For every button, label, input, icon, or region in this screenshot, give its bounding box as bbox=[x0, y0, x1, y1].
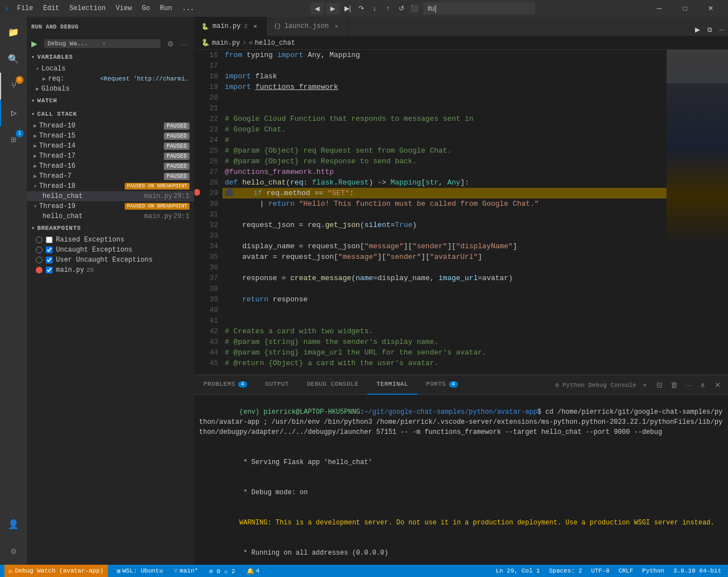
nav-forward-button[interactable]: ▶ bbox=[326, 3, 339, 14]
activity-settings[interactable]: ⚙ bbox=[0, 538, 27, 565]
tab-main-py[interactable]: 🐍 main.py 2 ✕ bbox=[195, 17, 267, 36]
kill-terminal-button[interactable]: 🗑 bbox=[668, 379, 680, 391]
user-uncaught-exceptions-checkbox[interactable] bbox=[46, 257, 53, 263]
run-debug-button[interactable]: ▶ bbox=[31, 39, 37, 48]
code-line-16: from typing import Any, Mapping bbox=[223, 50, 666, 60]
arch-status[interactable]: 3.8.10 64-bit bbox=[671, 567, 724, 574]
encoding-status[interactable]: UTF-8 bbox=[589, 567, 612, 574]
menu-view[interactable]: View bbox=[111, 3, 136, 13]
locals-item[interactable]: ▾ Locals bbox=[27, 64, 194, 74]
debug-step-into-button[interactable]: ↓ bbox=[368, 2, 381, 15]
watch-section-header[interactable]: ▾ WATCH bbox=[27, 94, 194, 107]
debug-config-selector[interactable]: Debug Wa... ▾ bbox=[44, 39, 160, 48]
ln-25: 25 bbox=[195, 145, 218, 156]
tab-problems[interactable]: PROBLEMS 4 bbox=[195, 375, 256, 395]
thread-7-item[interactable]: ▶ Thread-7 PAUSED bbox=[27, 171, 194, 181]
search-input[interactable] bbox=[423, 2, 535, 15]
tab-launch-json-close[interactable]: ✕ bbox=[332, 22, 341, 31]
thread-18-item[interactable]: ▾ Thread-18 PAUSED ON BREAKPOINT bbox=[27, 181, 194, 191]
activity-git[interactable]: ⑂ 5 bbox=[0, 73, 27, 100]
split-terminal-button[interactable]: ⊟ bbox=[653, 379, 665, 391]
git-branch-icon: ⑂ bbox=[174, 567, 178, 574]
thread-19-item[interactable]: ▾ Thread-19 PAUSED ON BREAKPOINT bbox=[27, 201, 194, 211]
thread-14-badge: PAUSED bbox=[164, 143, 190, 150]
raised-exceptions-label: Raised Exceptions bbox=[56, 236, 124, 244]
thread-18-frame-hello-chat[interactable]: hello_chat main.py 29:1 bbox=[27, 191, 194, 201]
function-breadcrumb-icon: ○ bbox=[249, 39, 253, 47]
tab-terminal[interactable]: TERMINAL bbox=[367, 375, 417, 395]
menu-selection[interactable]: Selection bbox=[65, 3, 110, 13]
activity-explorer[interactable]: 📁 bbox=[0, 19, 27, 46]
line-ending-status[interactable]: CRLF bbox=[616, 567, 635, 574]
maximize-button[interactable]: □ bbox=[672, 0, 698, 17]
menu-edit[interactable]: Edit bbox=[39, 3, 64, 13]
split-editor-button[interactable]: ⧉ bbox=[703, 23, 716, 36]
thread-19-frame-hello-chat[interactable]: hello_chat main.py 29:1 bbox=[27, 211, 194, 221]
raised-exceptions-checkbox[interactable] bbox=[46, 237, 53, 243]
activity-extensions[interactable]: ⊞ 1 bbox=[0, 126, 27, 153]
debug-more-button[interactable]: ··· bbox=[178, 38, 190, 49]
activity-search[interactable]: 🔍 bbox=[0, 46, 27, 73]
json-file-icon: {} bbox=[273, 23, 281, 30]
main-container: 📁 🔍 ⑂ 5 ▷ ⊞ 1 👤 ⚙ RUN AND DEBUG ▶ Debug … bbox=[0, 17, 728, 565]
new-terminal-button[interactable]: + bbox=[639, 379, 651, 391]
notifications-status[interactable]: 🔔 4 bbox=[244, 567, 262, 575]
current-line-arrow: ⬛ bbox=[225, 188, 234, 198]
frame-hello-chat-file: main.py bbox=[144, 192, 172, 200]
tab-problems-label: PROBLEMS bbox=[204, 381, 235, 387]
wsl-status[interactable]: ⊞ WSL: Ubuntu bbox=[115, 567, 165, 575]
ln-32: 32 bbox=[195, 220, 218, 230]
terminal-content[interactable]: (env) pierrick@LAPTOP-HKU5PNNG:~/git/goo… bbox=[195, 395, 728, 565]
editor-more-button[interactable]: ··· bbox=[716, 23, 728, 36]
thread-16-item[interactable]: ▶ Thread-16 PAUSED bbox=[27, 161, 194, 171]
spaces-status[interactable]: Spaces: 2 bbox=[547, 567, 584, 574]
tab-output[interactable]: OUTPUT bbox=[256, 375, 298, 395]
menu-more[interactable]: ... bbox=[178, 3, 199, 13]
panel-close-button[interactable]: ✕ bbox=[711, 379, 724, 391]
tab-ports[interactable]: PORTS 4 bbox=[417, 375, 467, 395]
position-status[interactable]: Ln 29, Col 1 bbox=[494, 567, 542, 574]
activity-debug[interactable]: ▷ bbox=[0, 100, 27, 126]
close-button[interactable]: ✕ bbox=[698, 0, 724, 17]
minimap-viewport bbox=[666, 50, 728, 83]
breadcrumb-main-py[interactable]: main.py bbox=[212, 39, 240, 47]
main-py-breakpoint-checkbox[interactable] bbox=[46, 267, 53, 273]
thread-10-item[interactable]: ▶ Thread-10 PAUSED bbox=[27, 121, 194, 131]
menu-go[interactable]: Go bbox=[138, 3, 154, 13]
uncaught-exceptions-checkbox[interactable] bbox=[46, 247, 53, 253]
ln-40: 40 bbox=[195, 305, 218, 315]
errors-status[interactable]: ⊘ 0 ⚠ 2 bbox=[207, 567, 237, 575]
debug-settings-button[interactable]: ⚙ bbox=[165, 38, 176, 49]
breadcrumb: 🐍 main.py › ○ hello_chat bbox=[195, 36, 728, 50]
variables-section-header[interactable]: ▾ VARIABLES bbox=[27, 50, 194, 64]
minimize-button[interactable]: ─ bbox=[646, 0, 672, 17]
extensions-badge: 1 bbox=[16, 130, 23, 138]
debug-continue-button[interactable]: ▶| bbox=[342, 2, 354, 15]
breakpoints-section-header[interactable]: ▾ BREAKPOINTS bbox=[27, 221, 194, 235]
breadcrumb-hello-chat[interactable]: hello_chat bbox=[255, 39, 295, 47]
globals-item[interactable]: ▶ Globals bbox=[27, 84, 194, 94]
debug-step-out-button[interactable]: ↑ bbox=[382, 2, 394, 15]
panel-more-button[interactable]: ··· bbox=[682, 379, 694, 391]
debug-step-over-button[interactable]: ↷ bbox=[355, 2, 367, 15]
menu-run[interactable]: Run bbox=[155, 3, 177, 13]
debug-indicator[interactable]: ▷ Debug Watch (avatar-app) bbox=[4, 565, 108, 577]
debug-stop-button[interactable]: ⬛ bbox=[409, 2, 421, 15]
language-status[interactable]: Python bbox=[640, 567, 667, 574]
menu-file[interactable]: File bbox=[12, 3, 37, 13]
run-file-button[interactable]: ▶ bbox=[691, 23, 703, 36]
tab-launch-json[interactable]: {} launch.json ✕ bbox=[267, 17, 348, 36]
git-branch-status[interactable]: ⑂ main* bbox=[172, 567, 200, 574]
panel-maximize-button[interactable]: ∧ bbox=[697, 379, 709, 391]
debug-restart-button[interactable]: ↺ bbox=[395, 2, 408, 15]
thread-17-item[interactable]: ▶ Thread-17 PAUSED bbox=[27, 151, 194, 161]
activity-accounts[interactable]: 👤 bbox=[0, 511, 27, 538]
call-stack-section-header[interactable]: ▾ CALL STACK bbox=[27, 107, 194, 121]
tab-debug-console[interactable]: DEBUG CONSOLE bbox=[298, 375, 367, 395]
nav-back-button[interactable]: ◀ bbox=[310, 3, 324, 14]
thread-15-item[interactable]: ▶ Thread-15 PAUSED bbox=[27, 131, 194, 141]
tab-main-py-close[interactable]: ✕ bbox=[250, 22, 259, 31]
req-variable-item[interactable]: ▶ req: <Request 'http://charming-tro... bbox=[27, 74, 194, 84]
code-content[interactable]: from typing import Any, Mapping import f… bbox=[223, 50, 666, 375]
thread-14-item[interactable]: ▶ Thread-14 PAUSED bbox=[27, 141, 194, 151]
